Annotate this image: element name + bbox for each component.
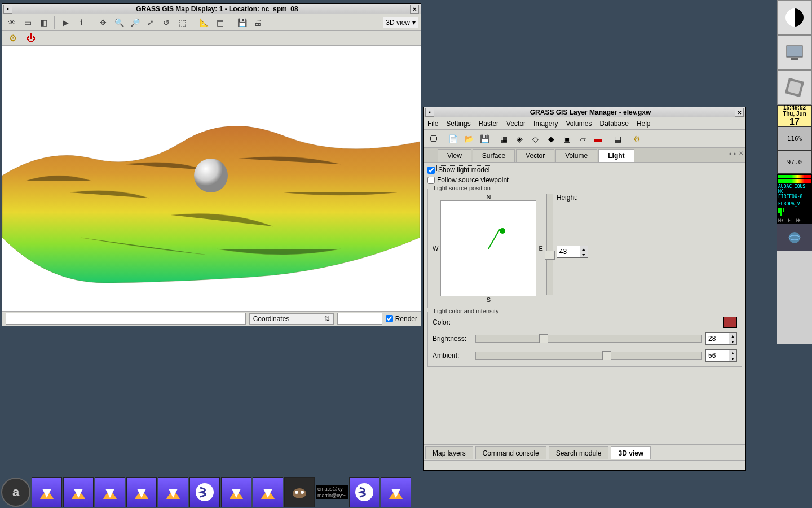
- btab-map-layers[interactable]: Map layers: [425, 446, 473, 459]
- menu-vector[interactable]: Vector: [506, 120, 526, 128]
- pan-icon[interactable]: ✥: [96, 16, 111, 29]
- render-checkbox[interactable]: [386, 315, 393, 322]
- menu-raster[interactable]: Raster: [479, 120, 498, 128]
- coord-input[interactable]: [337, 313, 382, 325]
- menu-database[interactable]: Database: [599, 120, 628, 128]
- preferences-icon[interactable]: ⚙: [630, 133, 643, 145]
- analysis-icon[interactable]: 📐: [197, 16, 211, 29]
- height-input[interactable]: [557, 246, 580, 257]
- tab-scroll-right-icon[interactable]: ▸: [734, 150, 736, 156]
- task-app-7[interactable]: [253, 477, 283, 507]
- menu-file[interactable]: File: [427, 120, 438, 128]
- menu-settings[interactable]: Settings: [446, 120, 470, 128]
- task-label-1[interactable]: emacs@xy: [316, 485, 348, 492]
- color-swatch[interactable]: [723, 317, 737, 328]
- task-app-2[interactable]: [63, 477, 94, 507]
- quit-icon[interactable]: ⏻: [24, 32, 38, 45]
- task-app-3[interactable]: [95, 477, 125, 507]
- status-input[interactable]: [6, 313, 246, 325]
- add-various-icon[interactable]: ◆: [545, 133, 557, 145]
- tray-app-icon-3[interactable]: [777, 70, 812, 105]
- zoom-region-icon[interactable]: ⬚: [175, 16, 189, 29]
- height-spinbox[interactable]: ▲▼: [557, 246, 588, 258]
- task-label-2[interactable]: martin@xy:~: [316, 492, 348, 499]
- tray-audio-meter[interactable]: EUROPA_V ⏮ ⏯ ⏭: [777, 200, 812, 224]
- tab-scroll-left-icon[interactable]: ◂: [729, 150, 731, 156]
- task-app-6[interactable]: [221, 477, 251, 507]
- render-checkbox-row[interactable]: Render: [386, 315, 417, 323]
- menu-help[interactable]: Help: [637, 120, 651, 128]
- zoom-in-icon[interactable]: 🔍: [112, 16, 126, 29]
- zoom-extents-icon[interactable]: ⤢: [143, 16, 158, 29]
- map-titlebar[interactable]: ▪ GRASS GIS Map Display: 1 - Location: n…: [2, 4, 421, 14]
- menu-imagery[interactable]: Imagery: [533, 120, 558, 128]
- height-down-icon[interactable]: ▼: [580, 252, 588, 257]
- tray-app-icon-2[interactable]: [777, 35, 812, 70]
- brightness-slider[interactable]: [475, 335, 702, 343]
- map-sysmenu-button[interactable]: ▪: [3, 5, 12, 14]
- attribute-table-icon[interactable]: ▤: [611, 133, 624, 145]
- follow-viewpoint-row[interactable]: Follow source viewpoint: [427, 175, 742, 185]
- app-menu-button[interactable]: a: [1, 478, 30, 507]
- workspace-new-icon[interactable]: 📄: [447, 133, 459, 145]
- ambient-slider[interactable]: [475, 352, 702, 360]
- follow-viewpoint-checkbox[interactable]: [427, 177, 435, 184]
- height-up-icon[interactable]: ▲: [580, 246, 588, 252]
- btab-3d-view[interactable]: 3D view: [611, 446, 651, 459]
- show-light-model-row[interactable]: Show light model: [427, 165, 742, 175]
- brightness-thumb[interactable]: [539, 334, 548, 343]
- show-layer-icon[interactable]: 👁: [5, 16, 19, 29]
- remove-layer-icon[interactable]: ▬: [592, 133, 604, 145]
- render-icon[interactable]: ▭: [20, 16, 35, 29]
- zoom-back-icon[interactable]: ↺: [159, 16, 174, 29]
- map-close-button[interactable]: ✕: [410, 5, 419, 14]
- btab-command-console[interactable]: Command console: [475, 446, 546, 459]
- tab-surface[interactable]: Surface: [473, 149, 515, 162]
- layer-titlebar[interactable]: ▪ GRASS GIS Layer Manager - elev.gxw ✕: [424, 107, 745, 117]
- layer-sysmenu-button[interactable]: ▪: [425, 108, 434, 117]
- query-icon[interactable]: ℹ: [74, 16, 89, 29]
- overlay-icon[interactable]: ▤: [213, 16, 227, 29]
- coordinates-dropdown[interactable]: Coordinates ⇅: [249, 313, 334, 325]
- viewmode-dropdown[interactable]: 3D view ▾: [383, 17, 418, 28]
- add-vector-icon[interactable]: ◇: [529, 133, 541, 145]
- brightness-input[interactable]: [706, 333, 729, 344]
- tray-cpu-meter[interactable]: 116%: [777, 126, 812, 150]
- save-icon[interactable]: 💾: [235, 16, 249, 29]
- ambient-input[interactable]: [706, 350, 729, 361]
- add-group-icon[interactable]: ▣: [561, 133, 573, 145]
- task-app-1[interactable]: [32, 477, 62, 507]
- tab-light[interactable]: Light: [598, 149, 634, 162]
- task-app-4[interactable]: [126, 477, 157, 507]
- pointer-icon[interactable]: ▶: [58, 16, 73, 29]
- tray-net-meter[interactable]: AUDAC IOUS MC FIREFOX-8: [777, 174, 812, 200]
- task-app-emacs2[interactable]: [349, 477, 379, 507]
- workspace-open-icon[interactable]: 📂: [462, 133, 475, 145]
- task-app-gimp[interactable]: [284, 477, 315, 507]
- height-slider[interactable]: [546, 194, 553, 295]
- settings-icon[interactable]: ⚙: [6, 32, 20, 45]
- workspace-save-icon[interactable]: 💾: [478, 133, 491, 145]
- ambient-spinbox[interactable]: ▲▼: [705, 349, 737, 362]
- eraser-icon[interactable]: ◧: [36, 16, 51, 29]
- zoom-out-icon[interactable]: 🔎: [127, 16, 142, 29]
- tab-view[interactable]: View: [438, 149, 471, 162]
- tab-vector[interactable]: Vector: [516, 149, 554, 162]
- tray-globe-icon[interactable]: [777, 224, 812, 251]
- tray-app-icon-1[interactable]: [777, 0, 812, 35]
- height-slider-thumb[interactable]: [545, 251, 555, 260]
- btab-search-module[interactable]: Search module: [549, 446, 609, 459]
- print-icon[interactable]: 🖨: [250, 16, 265, 29]
- ambient-thumb[interactable]: [602, 351, 611, 360]
- tab-close-icon[interactable]: ✕: [739, 150, 743, 156]
- brightness-spinbox[interactable]: ▲▼: [705, 332, 737, 345]
- add-raster3d-icon[interactable]: ◈: [513, 133, 526, 145]
- add-overlay-icon[interactable]: ▱: [576, 133, 589, 145]
- layer-close-button[interactable]: ✕: [735, 108, 744, 117]
- show-light-model-checkbox[interactable]: [427, 167, 435, 174]
- new-display-icon[interactable]: 🖵: [427, 133, 440, 145]
- task-app-5[interactable]: [158, 477, 188, 507]
- task-app-8[interactable]: [381, 477, 411, 507]
- task-app-emacs[interactable]: [189, 477, 220, 507]
- light-direction-compass[interactable]: [440, 200, 536, 296]
